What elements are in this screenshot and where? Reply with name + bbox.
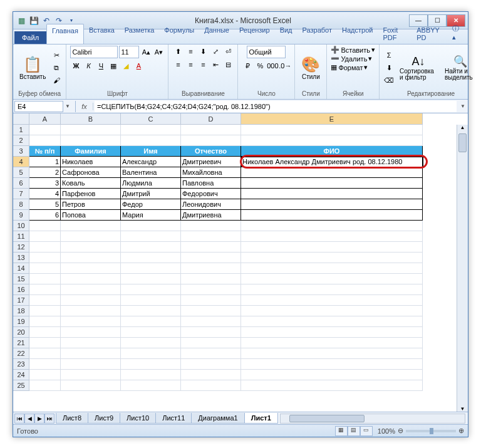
- cell-B10[interactable]: [61, 221, 121, 231]
- cell-A20[interactable]: [29, 327, 61, 338]
- cell-C6[interactable]: Людмила: [121, 178, 181, 189]
- row-header-14[interactable]: 14: [13, 263, 29, 274]
- cell-E15[interactable]: [241, 274, 423, 284]
- file-tab[interactable]: Файл: [14, 31, 46, 44]
- cell-C25[interactable]: [121, 380, 181, 391]
- cell-E4[interactable]: Николаев Александр Дмитриевич род. 08.12…: [241, 157, 423, 167]
- formula-input[interactable]: [95, 101, 457, 112]
- sheet-nav-next-icon[interactable]: ▶: [34, 414, 44, 424]
- row-header-1[interactable]: 1: [13, 125, 29, 135]
- cell-C4[interactable]: Александр: [121, 157, 181, 167]
- cell-B1[interactable]: [61, 125, 121, 135]
- row-header-17[interactable]: 17: [13, 295, 29, 306]
- cell-A23[interactable]: [29, 359, 61, 370]
- cell-A12[interactable]: [29, 242, 61, 253]
- cell-C9[interactable]: Мария: [121, 210, 181, 221]
- row-header-23[interactable]: 23: [13, 359, 29, 370]
- cell-A16[interactable]: [29, 284, 61, 295]
- ribbon-tab-надстрой[interactable]: Надстрой: [337, 24, 378, 44]
- row-header-24[interactable]: 24: [13, 370, 29, 380]
- cell-E2[interactable]: [241, 135, 423, 146]
- cell-C24[interactable]: [121, 370, 181, 380]
- cell-A24[interactable]: [29, 370, 61, 380]
- paste-button[interactable]: 📋 Вставить: [17, 55, 48, 81]
- row-header-4[interactable]: 4: [13, 157, 29, 167]
- cell-A21[interactable]: [29, 338, 61, 348]
- format-cells-button[interactable]: ▦Формат▾: [331, 63, 368, 71]
- underline-icon[interactable]: Ч: [95, 60, 106, 71]
- cell-B22[interactable]: [61, 348, 121, 359]
- row-header-7[interactable]: 7: [13, 189, 29, 199]
- cell-A9[interactable]: 6: [29, 210, 61, 221]
- cell-D25[interactable]: [181, 380, 241, 391]
- sheet-tab-Лист11[interactable]: Лист11: [155, 413, 192, 424]
- horizontal-scrollbar[interactable]: [280, 414, 465, 424]
- cut-icon[interactable]: ✂: [51, 49, 62, 61]
- cell-C21[interactable]: [121, 338, 181, 348]
- cell-B13[interactable]: [61, 253, 121, 263]
- fx-button[interactable]: fx: [76, 103, 93, 110]
- cell-E10[interactable]: [241, 221, 423, 231]
- cell-A6[interactable]: 3: [29, 178, 61, 189]
- cell-E24[interactable]: [241, 370, 423, 380]
- merge-icon[interactable]: ⊟: [222, 59, 234, 70]
- sheet-nav-first-icon[interactable]: ⏮: [14, 414, 24, 424]
- cell-A17[interactable]: [29, 295, 61, 306]
- cell-B21[interactable]: [61, 338, 121, 348]
- align-middle-icon[interactable]: ≡: [185, 46, 196, 57]
- row-header-21[interactable]: 21: [13, 338, 29, 348]
- cell-B15[interactable]: [61, 274, 121, 284]
- delete-cells-button[interactable]: ➖Удалить▾: [331, 55, 372, 63]
- cell-B25[interactable]: [61, 380, 121, 391]
- italic-icon[interactable]: К: [83, 60, 94, 71]
- cell-A11[interactable]: [29, 231, 61, 242]
- number-format-combo[interactable]: [247, 46, 286, 58]
- ribbon-tab-главная[interactable]: Главная: [46, 24, 84, 44]
- cell-B20[interactable]: [61, 327, 121, 338]
- cell-D8[interactable]: Леонидович: [181, 199, 241, 210]
- row-header-25[interactable]: 25: [13, 380, 29, 391]
- cell-B6[interactable]: Коваль: [61, 178, 121, 189]
- cell-C18[interactable]: [121, 306, 181, 316]
- align-top-icon[interactable]: ⬆: [172, 46, 184, 57]
- cell-C15[interactable]: [121, 274, 181, 284]
- cell-D7[interactable]: Федорович: [181, 189, 241, 199]
- row-header-16[interactable]: 16: [13, 284, 29, 295]
- col-header-D[interactable]: D: [181, 113, 241, 125]
- ribbon-tab-вид[interactable]: Вид: [275, 24, 297, 44]
- cell-C8[interactable]: Федор: [121, 199, 181, 210]
- cell-E17[interactable]: [241, 295, 423, 306]
- font-color-icon[interactable]: A: [133, 60, 144, 71]
- cell-C1[interactable]: [121, 125, 181, 135]
- row-header-13[interactable]: 13: [13, 253, 29, 263]
- cell-D11[interactable]: [181, 231, 241, 242]
- formula-expand-icon[interactable]: ▼: [458, 103, 468, 109]
- percent-icon[interactable]: %: [254, 60, 266, 71]
- cell-C17[interactable]: [121, 295, 181, 306]
- cell-D14[interactable]: [181, 263, 241, 274]
- cell-E3[interactable]: ФИО: [241, 146, 423, 157]
- cell-E5[interactable]: [241, 167, 423, 178]
- name-box-dropdown-icon[interactable]: ▼: [63, 103, 72, 109]
- row-header-6[interactable]: 6: [13, 178, 29, 189]
- cell-D16[interactable]: [181, 284, 241, 295]
- ribbon-tab-рецензир[interactable]: Рецензир: [234, 24, 275, 44]
- sheet-nav-last-icon[interactable]: ⏭: [44, 414, 54, 424]
- styles-button[interactable]: 🎨 Стили: [299, 55, 323, 81]
- cell-D9[interactable]: Дмитриевна: [181, 210, 241, 221]
- zoom-in-icon[interactable]: ⊕: [458, 427, 464, 435]
- cell-E20[interactable]: [241, 327, 423, 338]
- format-painter-icon[interactable]: 🖌: [51, 75, 62, 86]
- cell-C23[interactable]: [121, 359, 181, 370]
- cell-D17[interactable]: [181, 295, 241, 306]
- cell-D2[interactable]: [181, 135, 241, 146]
- cell-A2[interactable]: [29, 135, 61, 146]
- cell-A22[interactable]: [29, 348, 61, 359]
- fill-icon[interactable]: ⬇: [383, 62, 395, 73]
- cell-B23[interactable]: [61, 359, 121, 370]
- cell-A3[interactable]: № п/п: [29, 146, 61, 157]
- cell-E14[interactable]: [241, 263, 423, 274]
- cell-C10[interactable]: [121, 221, 181, 231]
- currency-icon[interactable]: ₽: [242, 60, 253, 71]
- cell-D23[interactable]: [181, 359, 241, 370]
